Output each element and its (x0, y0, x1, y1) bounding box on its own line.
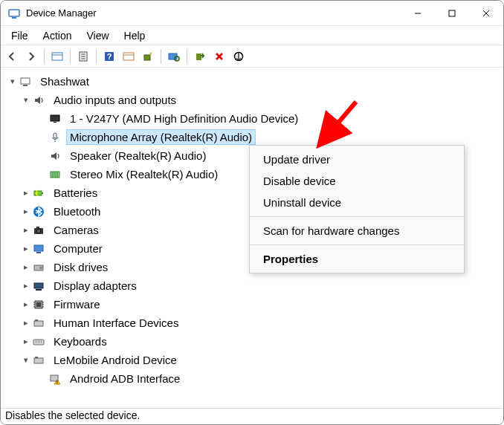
tree-category-label: Batteries (50, 185, 101, 201)
help-button[interactable]: ? (101, 48, 117, 65)
maximize-button[interactable] (435, 2, 469, 25)
svg-rect-43 (34, 283, 43, 288)
toolbar-separator (161, 49, 161, 64)
tree-category-keyboards[interactable]: ▸ Keyboards (4, 332, 497, 351)
tree-device-label: 1 - V247Y (AMD High Definition Audio Dev… (66, 111, 302, 126)
bluetooth-icon (32, 205, 45, 218)
show-hidden-button[interactable] (49, 48, 65, 65)
forward-button[interactable] (23, 48, 39, 65)
device-warning-icon: ! (48, 372, 62, 386)
disable-device-button[interactable] (230, 48, 247, 65)
back-button[interactable] (4, 48, 20, 65)
svg-rect-38 (36, 227, 39, 228)
firmware-icon (32, 298, 45, 311)
tree-device[interactable]: ▸ 1 - V247Y (AMD High Definition Audio D… (4, 109, 497, 128)
tree-category-display-adapters[interactable]: ▸ Display adapters (4, 276, 497, 295)
svg-rect-54 (35, 319, 38, 321)
menu-action[interactable]: Action (36, 27, 80, 44)
speaker-icon (48, 149, 62, 163)
computer-icon (19, 75, 32, 88)
svg-rect-46 (36, 302, 41, 307)
caret-right-icon[interactable]: ▸ (20, 224, 32, 236)
tree-category-label: Display adapters (50, 278, 140, 293)
context-separator (250, 216, 464, 217)
tree-category-firmware[interactable]: ▸ Firmware (4, 295, 497, 314)
caret-right-icon[interactable]: ▸ (20, 243, 32, 255)
context-disable-device[interactable]: Disable device (250, 170, 464, 192)
window-title: Device Manager (26, 7, 401, 19)
context-uninstall-device[interactable]: Uninstall device (250, 192, 464, 213)
caret-right-icon[interactable]: ▸ (20, 317, 32, 329)
menubar: File Action View Help (1, 26, 503, 45)
tree-category-lemobile[interactable]: ▾ LeMobile Android Device (4, 351, 497, 369)
svg-rect-19 (196, 53, 201, 60)
toolbar-separator (44, 49, 45, 64)
tree-device-label: Microphone Array (Realtek(R) Audio) (66, 129, 256, 145)
caret-down-icon[interactable]: ▾ (20, 354, 32, 366)
action-button[interactable] (120, 48, 137, 65)
tree-device-adb[interactable]: ▸ ! Android ADB Interface (4, 369, 497, 388)
context-update-driver[interactable]: Update driver (250, 149, 464, 170)
computer-icon (32, 242, 45, 256)
minimize-button[interactable] (401, 2, 435, 25)
menu-help[interactable]: Help (117, 27, 153, 44)
scan-hardware-button[interactable] (166, 48, 182, 65)
tree-category-label: Cameras (50, 222, 103, 238)
svg-rect-1 (12, 17, 16, 19)
tree-device-label: Speaker (Realtek(R) Audio) (66, 148, 210, 163)
svg-rect-59 (35, 357, 38, 358)
svg-rect-14 (123, 53, 134, 60)
caret-right-icon[interactable]: ▸ (20, 299, 32, 311)
uninstall-device-button[interactable] (211, 48, 227, 65)
display-adapter-icon (32, 279, 45, 293)
caret-down-icon[interactable]: ▾ (7, 76, 19, 88)
svg-rect-26 (54, 122, 56, 123)
svg-point-42 (39, 266, 42, 269)
svg-rect-40 (36, 252, 41, 253)
update-driver-button[interactable] (140, 48, 156, 65)
tree-device-label: Android ADB Interface (66, 371, 184, 386)
context-scan-hardware[interactable]: Scan for hardware changes (250, 220, 464, 241)
svg-rect-44 (36, 289, 42, 291)
svg-rect-23 (21, 78, 30, 84)
tree-category-label: Firmware (50, 296, 104, 312)
caret-right-icon[interactable]: ▸ (20, 262, 32, 273)
keyboard-icon (32, 335, 45, 348)
caret-right-icon[interactable]: ▸ (20, 280, 32, 292)
svg-rect-53 (34, 321, 43, 326)
caret-down-icon[interactable]: ▾ (20, 94, 32, 106)
app-icon (8, 7, 20, 19)
toolbar-separator (70, 49, 71, 64)
svg-rect-34 (42, 192, 43, 194)
svg-rect-58 (34, 358, 43, 363)
toolbar: ? (1, 45, 503, 68)
tree-device-selected[interactable]: ▸ Microphone Array (Realtek(R) Audio) (4, 128, 497, 146)
tree-category-label: Keyboards (50, 334, 111, 349)
statusbar: Disables the selected device. (1, 408, 503, 424)
menu-view[interactable]: View (79, 27, 116, 44)
svg-rect-6 (52, 53, 62, 60)
caret-right-icon[interactable]: ▸ (20, 206, 32, 218)
statusbar-text: Disables the selected device. (5, 409, 140, 421)
tree-root-label: Shashwat (36, 74, 93, 89)
tree-category-label: Audio inputs and outputs (50, 92, 180, 108)
close-button[interactable] (469, 2, 503, 25)
context-separator (250, 244, 464, 245)
tree-category-label: LeMobile Android Device (50, 352, 181, 368)
properties-button[interactable] (75, 48, 91, 65)
tree-category-hid[interactable]: ▸ Human Interface Devices (4, 314, 497, 332)
svg-rect-24 (23, 85, 28, 86)
tree-category-audio[interactable]: ▾ Audio inputs and outputs (4, 91, 497, 109)
enable-device-button[interactable] (192, 48, 208, 65)
menu-file[interactable]: File (4, 27, 36, 44)
caret-right-icon[interactable]: ▸ (20, 187, 32, 199)
camera-icon (32, 224, 45, 237)
toolbar-separator (96, 49, 97, 64)
tree-category-label: Computer (50, 241, 106, 256)
svg-rect-25 (51, 115, 59, 121)
svg-rect-39 (34, 245, 43, 251)
caret-right-icon[interactable]: ▸ (20, 336, 32, 348)
tree-root[interactable]: ▾ Shashwat (4, 72, 497, 91)
context-properties[interactable]: Properties (250, 248, 464, 270)
svg-point-37 (37, 229, 41, 233)
